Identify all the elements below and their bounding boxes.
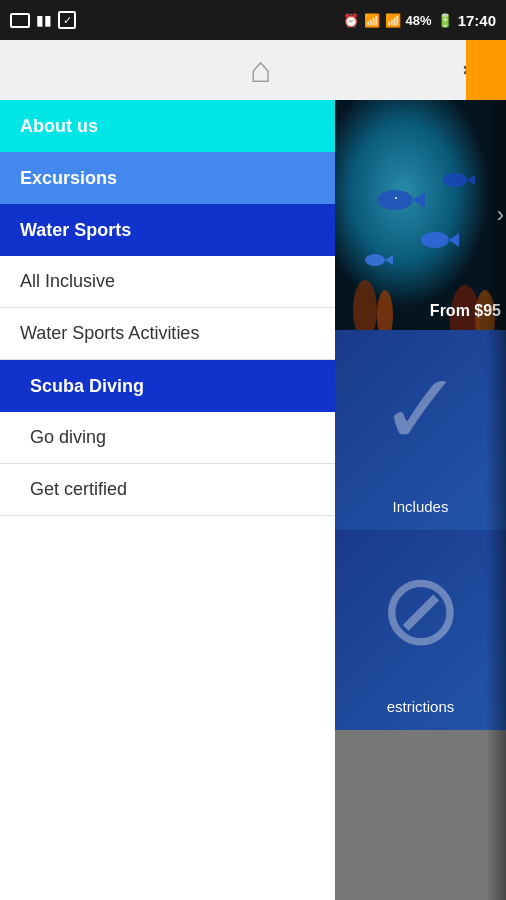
sidebar-label-about-us: About us xyxy=(20,116,98,137)
svg-point-10 xyxy=(365,254,385,266)
sidebar-label-water-sports-activities: Water Sports Activities xyxy=(20,323,199,344)
sidebar-label-all-inclusive: All Inclusive xyxy=(20,271,115,292)
restrictions-card[interactable]: ⊘ estrictions xyxy=(335,530,506,730)
sidebar-item-about-us[interactable]: About us xyxy=(0,100,335,152)
top-bar: ⌂ ⚙ xyxy=(0,40,506,100)
checkmark-icon: ✓ xyxy=(379,359,463,459)
signal-icon: 📶 xyxy=(385,13,401,28)
sidebar-label-go-diving: Go diving xyxy=(30,427,106,448)
bb-icon: ▮▮ xyxy=(36,12,52,28)
svg-point-12 xyxy=(443,173,467,187)
fish-background xyxy=(335,100,506,330)
sidebar-drawer: About us Excursions Water Sports All Inc… xyxy=(0,100,335,900)
sidebar-label-get-certified: Get certified xyxy=(30,479,127,500)
time-display: 17:40 xyxy=(458,12,496,29)
sidebar-item-get-certified[interactable]: Get certified xyxy=(0,464,335,516)
sidebar-item-excursions[interactable]: Excursions xyxy=(0,152,335,204)
shadow-overlay xyxy=(486,100,506,900)
underwater-scene xyxy=(335,100,506,330)
includes-label: Includes xyxy=(393,498,449,515)
battery-icon: 🔋 xyxy=(437,13,453,28)
sidebar-item-all-inclusive[interactable]: All Inclusive xyxy=(0,256,335,308)
sidebar-item-scuba-diving[interactable]: Scuba Diving xyxy=(0,360,335,412)
sidebar-label-scuba-diving: Scuba Diving xyxy=(30,376,144,397)
orange-accent xyxy=(466,40,506,100)
no-entry-icon: ⊘ xyxy=(379,559,463,659)
right-panel: › From $95 ✓ Includes ⊘ estrictions xyxy=(335,100,506,900)
battery-label: 48% xyxy=(406,13,432,28)
sidebar-label-excursions: Excursions xyxy=(20,168,117,189)
sidebar-label-water-sports: Water Sports xyxy=(20,220,131,241)
alarm-icon: ⏰ xyxy=(343,13,359,28)
status-icons: ▮▮ ✓ xyxy=(10,11,76,29)
task-icon: ✓ xyxy=(58,11,76,29)
svg-point-8 xyxy=(421,232,449,248)
status-bar: ▮▮ ✓ ⏰ 📶 📶 48% 🔋 17:40 xyxy=(0,0,506,40)
status-right: ⏰ 📶 📶 48% 🔋 17:40 xyxy=(343,12,496,29)
wifi-icon: 📶 xyxy=(364,13,380,28)
main-content: About us Excursions Water Sports All Inc… xyxy=(0,100,506,900)
home-icon: ⌂ xyxy=(250,49,272,91)
includes-card[interactable]: ✓ Includes xyxy=(335,330,506,530)
sidebar-item-water-sports-activities[interactable]: Water Sports Activities xyxy=(0,308,335,360)
sidebar-item-water-sports[interactable]: Water Sports xyxy=(0,204,335,256)
sidebar-item-go-diving[interactable]: Go diving xyxy=(0,412,335,464)
svg-point-5 xyxy=(377,190,413,210)
fish-card[interactable]: › From $95 xyxy=(335,100,506,330)
restrictions-label: estrictions xyxy=(387,698,455,715)
home-button[interactable]: ⌂ xyxy=(250,49,272,91)
image-icon xyxy=(10,13,30,28)
